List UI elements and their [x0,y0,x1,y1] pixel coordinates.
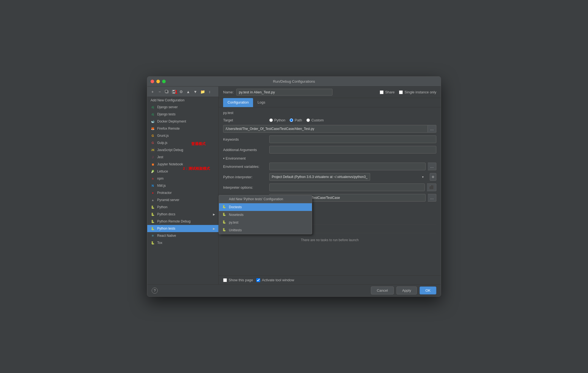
interpreter-options-input[interactable] [269,183,425,191]
sidebar-item-label: Tox [157,241,162,245]
python-interpreter-row: Python interpreter: Project Default (Pyt… [223,173,436,181]
sidebar-item-python[interactable]: 🐍 Python [147,204,218,211]
name-input[interactable] [236,89,332,96]
sidebar-item-npm[interactable]: n npm [147,175,218,182]
interpreter-select-wrapper: Project Default (Python 3.6.3 virtualenv… [269,173,426,181]
context-menu-nosetests[interactable]: 🐍 Nosetests [219,211,312,219]
sidebar-item-label: npm [157,177,163,180]
sidebar-item-javascript-debug[interactable]: JS JavaScript Debug [147,146,218,154]
interpreter-options-row: Interpreter options: ⬛ [223,183,436,191]
django-tests-icon: dj [151,112,155,116]
name-row: Name: Share Single instance only [219,87,441,98]
single-instance-checkbox-label[interactable]: Single instance only [399,90,436,94]
footer: ? Cancel Apply OK [147,284,441,296]
sidebar-item-add-new[interactable]: Add New Configuration [147,97,218,104]
sidebar-item-tox[interactable]: 🐍 Tox [147,239,218,246]
name-options: Share Single instance only [380,90,436,94]
custom-radio-label[interactable]: Custom [306,118,324,122]
help-button[interactable]: ? [152,288,158,294]
folder-button[interactable]: 📁 [199,89,206,95]
sidebar-item-gulp-js[interactable]: G Gulp.js [147,139,218,146]
additional-args-input[interactable] [269,146,436,154]
keywords-input[interactable] [269,135,436,143]
apply-button[interactable]: Apply [396,286,417,294]
activate-tool-checkbox[interactable] [256,278,260,282]
tab-configuration[interactable]: Configuration [223,98,253,107]
share-checkbox[interactable] [380,90,384,94]
show-page-checkbox[interactable] [223,278,227,282]
sidebar-item-lettuce[interactable]: 🥬 Lettuce [147,168,218,175]
sidebar-item-docker-deployment[interactable]: 🐋 Docker Deployment [147,118,218,125]
cancel-button[interactable]: Cancel [371,286,393,294]
context-menu-pytest[interactable]: 🐍 py.test [219,219,312,226]
sidebar-item-label: Django tests [157,112,176,116]
interpreter-options-browse-button[interactable]: ⬛ [427,183,436,191]
js-debug-icon: JS [151,148,155,152]
sidebar-item-jupyter-notebook[interactable]: ◼ Jupyter Notebook [147,161,218,168]
sidebar-item-protractor[interactable]: ● Protractor [147,189,218,196]
sort-button[interactable]: ↕ [207,89,213,95]
sidebar-item-django-tests[interactable]: dj Django tests [147,111,218,118]
env-vars-browse-button[interactable]: … [428,163,436,170]
show-page-label[interactable]: Show this page [223,278,253,282]
env-vars-input[interactable] [269,163,426,170]
python-tests-icon: 🐍 [151,226,155,231]
interpreter-settings-button[interactable]: ⚙ [430,173,436,181]
interpreter-select[interactable]: Project Default (Python 3.6.3 virtualenv… [269,173,370,181]
sidebar-item-firefox-remote[interactable]: 🦊 Firefox Remote [147,125,218,132]
env-vars-row: Environment variables: … [223,163,436,170]
context-menu-doctests[interactable]: 🐍 Doctests [219,203,312,211]
sidebar-list: Add New Configuration dj Django server d… [147,97,218,284]
ok-button[interactable]: OK [420,286,436,294]
tab-logs[interactable]: Logs [253,98,270,107]
keywords-row: Keywords [223,135,436,143]
sidebar-item-grunt-js[interactable]: G Grunt.js [147,132,218,139]
close-button[interactable] [151,80,154,83]
sidebar-item-nw-js[interactable]: N NW.js [147,182,218,189]
sidebar-item-python-tests[interactable]: 🐍 Python tests ▶ [147,225,218,232]
sidebar-item-pyramid-server[interactable]: ▲ Pyramid server [147,196,218,204]
pyramid-icon: ▲ [151,198,155,202]
custom-radio[interactable] [306,118,310,122]
working-dir-browse-button[interactable]: … [428,194,436,202]
sidebar-item-python-docs[interactable]: 🐍 Python docs ▶ [147,211,218,218]
jest-icon: J [151,155,155,159]
path-input[interactable] [223,125,428,133]
sidebar-item-python-remote-debug[interactable]: 🐍 Python Remote Debug [147,218,218,225]
context-menu-unittests[interactable]: 🐍 Unittests [219,226,312,234]
settings-button[interactable]: ⚙ [178,89,184,95]
sidebar-item-label: JavaScript Debug [157,148,183,152]
maximize-button[interactable] [162,80,166,83]
bottom-options-row: Show this page Activate tool window [219,275,441,284]
python-radio[interactable] [269,118,273,122]
sidebar-item-label: Python [157,205,167,209]
add-config-button[interactable]: + [149,89,156,95]
sidebar-item-jest[interactable]: J Jest [147,154,218,161]
save-config-button[interactable] [171,89,177,95]
remove-config-button[interactable]: − [157,89,163,95]
share-checkbox-label[interactable]: Share [380,90,395,94]
environment-header[interactable]: ▾ Environment [223,156,436,160]
sidebar-item-label: Protractor [157,191,172,195]
python-docs-icon: 🐍 [151,212,155,216]
footer-buttons: Cancel Apply OK [371,286,436,294]
svg-rect-3 [173,90,174,91]
path-radio[interactable] [290,118,293,122]
context-menu-add-new[interactable]: Add New 'Python tests' Configuration [219,195,312,203]
minimize-button[interactable] [156,80,160,83]
python-radio-label[interactable]: Python [269,118,285,122]
path-browse-button[interactable]: … [428,125,436,133]
single-instance-checkbox[interactable] [399,90,403,94]
copy-config-button[interactable] [164,89,170,95]
keywords-label: Keywords [223,137,267,141]
sidebar-item-react-native[interactable]: ⚛ React Native [147,232,218,239]
move-down-button[interactable]: ▼ [192,89,198,95]
env-arrow: ▾ [223,157,224,160]
python-interpreter-label: Python interpreter: [223,175,267,179]
sidebar-item-django-server[interactable]: dj Django server [147,104,218,111]
path-radio-label[interactable]: Path [290,118,302,122]
context-menu: Add New 'Python tests' Configuration 🐍 D… [219,195,312,234]
activate-tool-label[interactable]: Activate tool window [256,278,294,282]
add-new-config-label: Add New Configuration [151,98,184,102]
move-up-button[interactable]: ▲ [185,89,191,95]
